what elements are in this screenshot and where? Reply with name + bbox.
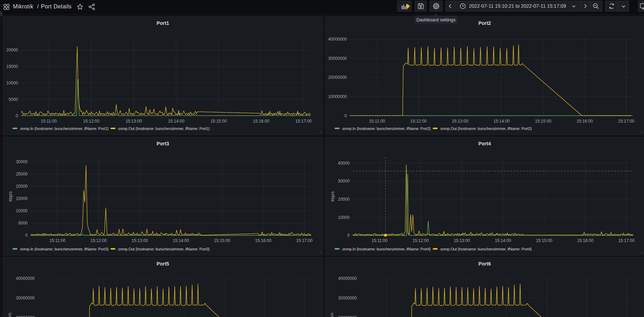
svg-text:30000000: 30000000 [328,56,347,61]
svg-text:15:17:00: 15:17:00 [296,119,312,124]
svg-text:kbp/s: kbp/s [330,191,335,201]
svg-text:20000000: 20000000 [328,75,347,80]
svg-text:snmp.In {hostname: burschenzim: snmp.In {hostname: burschenzimmer, ifNam… [342,126,431,131]
svg-text:15:12:00: 15:12:00 [410,119,427,124]
svg-text:15:14:00: 15:14:00 [168,119,185,124]
svg-text:10000: 10000 [16,208,28,213]
svg-text:Port2: Port2 [478,20,491,26]
svg-text:15:16:00: 15:16:00 [576,119,593,124]
svg-text:kbp/s: kbp/s [7,313,12,317]
svg-text:snmp.In {hostname: burschenzim: snmp.In {hostname: burschenzimmer, ifNam… [20,126,109,131]
svg-text:15:16:00: 15:16:00 [577,238,594,243]
svg-text:0: 0 [25,233,28,238]
svg-text:30000: 30000 [338,179,350,184]
svg-text:15:16:00: 15:16:00 [255,238,271,243]
svg-text:15:13:00: 15:13:00 [452,119,468,124]
svg-text:40000: 40000 [338,161,350,166]
svg-text:30000000: 30000000 [16,296,35,301]
svg-text:20000000: 20000000 [16,315,35,317]
svg-text:0: 0 [347,233,350,238]
svg-text:10000000: 10000000 [328,94,347,99]
svg-text:40000000: 40000000 [338,276,357,281]
svg-text:snmp.In {hostname: burschenzim: snmp.In {hostname: burschenzimmer, ifNam… [342,247,431,251]
svg-text:10000: 10000 [6,81,18,85]
svg-text:15000: 15000 [6,64,18,69]
svg-text:15:17:00: 15:17:00 [618,238,635,243]
svg-text:20000: 20000 [16,184,28,189]
svg-text:15:11:00: 15:11:00 [369,119,385,124]
svg-text:15:14:00: 15:14:00 [493,119,510,124]
svg-text:15:14:00: 15:14:00 [173,238,189,243]
svg-text:Port5: Port5 [157,261,169,267]
svg-text:15:13:00: 15:13:00 [132,238,148,243]
svg-text:15:17:00: 15:17:00 [296,238,313,243]
svg-text:15:14:00: 15:14:00 [495,238,511,243]
svg-text:Port3: Port3 [157,141,169,146]
svg-text:25000: 25000 [16,172,28,177]
svg-text:15:13:00: 15:13:00 [125,119,142,124]
svg-text:20000: 20000 [338,197,350,202]
svg-text:Port1: Port1 [157,20,169,26]
svg-text:15:11:00: 15:11:00 [49,238,65,243]
svg-text:snmp.Out {hostname: burschenzi: snmp.Out {hostname: burschenzimmer, ifNa… [440,126,532,131]
svg-text:snmp.Out {hostname: burschenzi: snmp.Out {hostname: burschenzimmer, ifNa… [118,126,210,131]
svg-text:15:15:00: 15:15:00 [536,238,552,243]
svg-text:snmp.Out {hostname: burschenzi: snmp.Out {hostname: burschenzimmer, ifNa… [118,247,210,251]
svg-text:0: 0 [345,113,347,118]
svg-text:15000: 15000 [16,196,28,201]
svg-text:15:11:00: 15:11:00 [372,238,388,243]
svg-text:Port6: Port6 [478,261,491,267]
svg-text:15:11:00: 15:11:00 [41,119,57,124]
svg-text:10000: 10000 [338,215,350,220]
svg-text:30000000: 30000000 [338,296,357,301]
svg-text:15:17:00: 15:17:00 [618,119,635,124]
svg-text:0: 0 [16,113,18,118]
svg-text:15:13:00: 15:13:00 [453,238,470,243]
svg-text:snmp.In {hostname: burschenzim: snmp.In {hostname: burschenzimmer, ifNam… [20,247,109,251]
svg-text:5000: 5000 [9,97,18,102]
svg-text:5000: 5000 [18,221,28,226]
svg-text:15:12:00: 15:12:00 [90,238,107,243]
svg-text:15:16:00: 15:16:00 [253,119,269,124]
svg-text:15:15:00: 15:15:00 [214,238,230,243]
svg-text:40000000: 40000000 [328,37,347,42]
svg-text:15:12:00: 15:12:00 [83,119,99,124]
svg-text:15:12:00: 15:12:00 [413,238,429,243]
svg-text:Port4: Port4 [478,141,491,146]
svg-text:40000000: 40000000 [16,276,35,281]
svg-text:15:15:00: 15:15:00 [535,119,552,124]
svg-text:20000000: 20000000 [338,315,357,317]
svg-text:15:15:00: 15:15:00 [210,119,227,124]
svg-text:snmp.Out {hostname: burschenzi: snmp.Out {hostname: burschenzimmer, ifNa… [440,247,532,251]
svg-text:kbp/s: kbp/s [8,191,13,201]
svg-text:20000: 20000 [6,48,18,53]
svg-text:kbp/s: kbp/s [330,313,334,317]
svg-text:30000: 30000 [16,159,28,164]
